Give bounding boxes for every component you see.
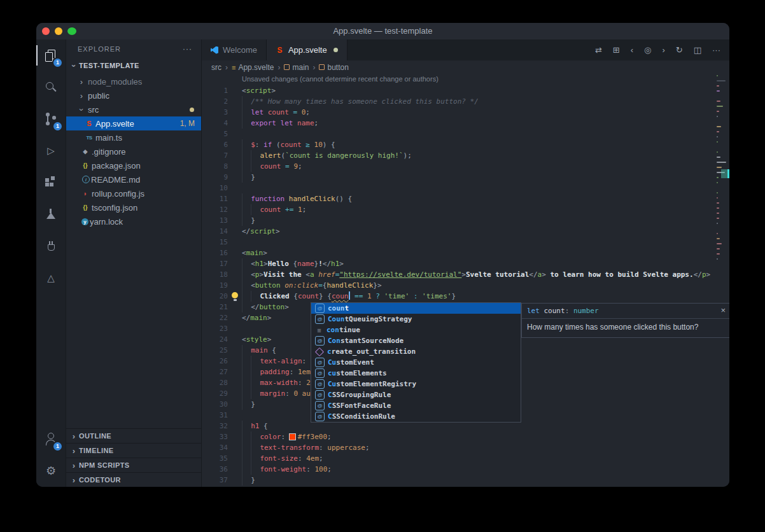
line-number[interactable]: 36	[202, 464, 228, 475]
explorer-more-actions-icon[interactable]: ···	[183, 45, 192, 53]
line-number[interactable]: 11	[202, 193, 228, 204]
code-line[interactable]: 8count = 9;	[202, 161, 717, 172]
code-line[interactable]: 4export let name;	[202, 118, 717, 129]
file-README.md[interactable]: iREADME.md	[66, 172, 201, 186]
line-number[interactable]: 28	[202, 377, 228, 388]
line-number[interactable]: 4	[202, 118, 228, 129]
file-rollup.config.js[interactable]: ◗rollup.config.js	[66, 186, 201, 200]
suggestion-count[interactable]: @count	[311, 303, 521, 314]
suggestion-customElements[interactable]: @customElements	[311, 368, 521, 379]
suggestion-CSSFontFaceRule[interactable]: @CSSFontFaceRule	[311, 400, 521, 411]
file-.gitignore[interactable]: ◆.gitignore	[66, 144, 201, 158]
line-number[interactable]: 18	[202, 269, 228, 280]
line-number[interactable]: 30	[202, 399, 228, 410]
line-number[interactable]: 34	[202, 442, 228, 453]
activity-item-source-control[interactable]: 1	[36, 103, 66, 135]
line-number[interactable]: 37	[202, 475, 228, 486]
line-number[interactable]: 19	[202, 280, 228, 291]
line-number[interactable]: 32	[202, 421, 228, 431]
color-swatch[interactable]	[290, 434, 295, 440]
prev-change-icon[interactable]: ‹	[631, 45, 633, 55]
line-number[interactable]: 25	[202, 345, 228, 356]
line-number[interactable]: 20	[202, 291, 228, 302]
line-number[interactable]: 7	[202, 150, 228, 161]
line-number[interactable]: 21	[202, 302, 228, 312]
line-number[interactable]: 27	[202, 367, 228, 377]
suggestion-CountQueuingStrategy[interactable]: @CountQueuingStrategy	[311, 314, 521, 325]
line-number[interactable]: 9	[202, 172, 228, 183]
suggestion-continue[interactable]: ≡continue	[311, 325, 521, 335]
line-number[interactable]: 33	[202, 431, 228, 442]
code-line[interactable]: 20Clicked {count} {coun == 1 ? 'time' : …	[202, 291, 717, 302]
folder-node_modules[interactable]: ›node_modules	[66, 74, 201, 88]
code-line[interactable]: 2/** How many times has someone clicked …	[202, 96, 717, 107]
line-number[interactable]: 12	[202, 204, 228, 215]
suggestion-ConstantSourceNode[interactable]: @ConstantSourceNode	[311, 335, 521, 346]
line-number[interactable]: 3	[202, 107, 228, 118]
code-line[interactable]: 16<main>	[202, 248, 717, 258]
close-icon[interactable]: ×	[720, 305, 726, 315]
line-number[interactable]: 23	[202, 323, 228, 334]
code-line[interactable]: 5	[202, 129, 717, 139]
code-line[interactable]: 10	[202, 183, 717, 193]
panel-codetour[interactable]: ›CODETOUR	[66, 472, 201, 487]
code-area[interactable]: Unsaved changes (cannot determine recent…	[202, 74, 717, 487]
tab-app-svelte[interactable]: SApp.svelte	[267, 39, 347, 60]
code-line[interactable]: 35font-size: 4em;	[202, 453, 717, 464]
editor-content[interactable]: Unsaved changes (cannot determine recent…	[202, 74, 729, 487]
activity-item-explorer[interactable]: 1	[36, 39, 66, 71]
more-actions-icon[interactable]: ···	[712, 45, 720, 55]
file-tsconfig.json[interactable]: {}tsconfig.json	[66, 200, 201, 214]
panel-npm-scripts[interactable]: ›NPM SCRIPTS	[66, 458, 201, 472]
suggestion-create_out_transition[interactable]: create_out_transition	[311, 346, 521, 357]
line-number[interactable]: 10	[202, 183, 228, 193]
line-number[interactable]: 1	[202, 85, 228, 96]
code-line[interactable]: 36font-weight: 100;	[202, 464, 717, 475]
file-yarn.lock[interactable]: yyarn.lock	[66, 214, 201, 228]
code-line[interactable]: 15	[202, 237, 717, 248]
activity-item-search[interactable]	[36, 71, 66, 103]
code-line[interactable]: 1<script>	[202, 85, 717, 96]
line-number[interactable]: 6	[202, 139, 228, 150]
line-number[interactable]: 29	[202, 388, 228, 399]
line-number[interactable]: 26	[202, 356, 228, 367]
activity-item-accounts[interactable]: 1	[36, 423, 66, 455]
code-line[interactable]: 12count += 1;	[202, 204, 717, 215]
open-changes-icon[interactable]: ⊞	[613, 45, 620, 55]
title-bar[interactable]: App.svelte — test-template	[36, 23, 729, 39]
code-line[interactable]: 6$: if (count ≥ 10) {	[202, 139, 717, 150]
activity-item-settings[interactable]: ⚙	[36, 455, 66, 487]
panel-outline[interactable]: ›OUTLINE	[66, 428, 201, 443]
code-line[interactable]: 17<h1>Hello {name}!</h1>	[202, 258, 717, 269]
line-number[interactable]: 5	[202, 129, 228, 139]
file-App.svelte[interactable]: SApp.svelte1, M	[66, 116, 201, 130]
split-editor-icon[interactable]: ◫	[694, 45, 701, 55]
folder-src[interactable]: ›src	[66, 102, 201, 116]
line-number[interactable]: 35	[202, 453, 228, 464]
line-number[interactable]: 15	[202, 237, 228, 248]
tab-welcome[interactable]: Welcome	[202, 39, 267, 60]
activity-item-extensions[interactable]	[36, 167, 66, 199]
breadcrumb-button[interactable]: button	[319, 63, 348, 72]
code-line[interactable]: 7alert(`count is dangerously high!`);	[202, 150, 717, 161]
suggestion-CSSConditionRule[interactable]: @CSSConditionRule	[311, 411, 521, 422]
breadcrumb-app-svelte[interactable]: ≡App.svelte	[232, 63, 274, 72]
suggestion-CSSGroupingRule[interactable]: @CSSGroupingRule	[311, 389, 521, 400]
suggestion-CustomEvent[interactable]: @CustomEvent	[311, 357, 521, 368]
breadcrumb-main[interactable]: main	[284, 63, 309, 72]
suggestion-CustomElementRegistry[interactable]: @CustomElementRegistry	[311, 379, 521, 389]
activity-item-remote[interactable]	[36, 230, 66, 262]
folder-public[interactable]: ›public	[66, 88, 201, 102]
line-number[interactable]: 24	[202, 334, 228, 345]
line-number[interactable]: 13	[202, 215, 228, 226]
file-main.ts[interactable]: TSmain.ts	[66, 130, 201, 144]
line-number[interactable]: 17	[202, 258, 228, 269]
code-line[interactable]: 9}	[202, 172, 717, 183]
line-number[interactable]: 16	[202, 248, 228, 258]
activity-item-codetour[interactable]: △	[36, 262, 66, 294]
lightbulb-icon[interactable]	[231, 292, 239, 302]
code-line[interactable]: 14</script>	[202, 226, 717, 237]
code-line[interactable]: 11function handleClick() {	[202, 193, 717, 204]
code-line[interactable]: 37}	[202, 475, 717, 486]
activity-item-testing[interactable]	[36, 199, 66, 230]
